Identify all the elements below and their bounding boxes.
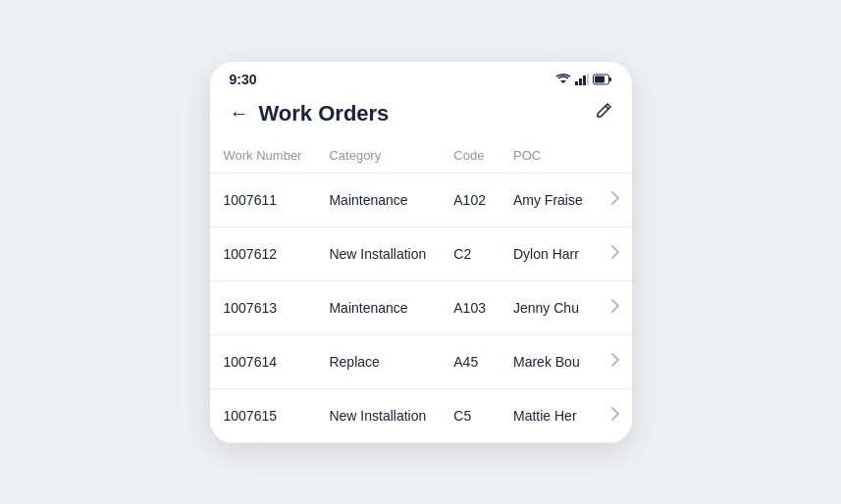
col-header-work-number: Work Number <box>210 138 316 174</box>
header-left: ← Work Orders <box>230 101 390 126</box>
cell-work-number: 1007615 <box>210 388 316 442</box>
cell-poc: Dylon Harr <box>499 227 598 280</box>
svg-rect-3 <box>583 76 586 85</box>
svg-rect-6 <box>595 76 604 82</box>
work-orders-table: Work Number Category Code POC 1007611Mai… <box>210 138 632 443</box>
cell-work-number: 1007612 <box>210 227 316 280</box>
col-header-poc: POC <box>499 138 598 174</box>
cell-code: C2 <box>440 227 499 280</box>
svg-rect-1 <box>575 81 578 85</box>
cell-chevron <box>598 227 632 280</box>
cell-work-number: 1007614 <box>210 334 316 388</box>
edit-button[interactable] <box>595 102 612 125</box>
table-row[interactable]: 1007614ReplaceA45Marek Bou <box>210 334 632 388</box>
cell-category: Maintenance <box>315 173 440 227</box>
page-title: Work Orders <box>259 101 390 126</box>
table-row[interactable]: 1007613MaintenanceA103Jenny Chu <box>210 280 632 334</box>
status-time: 9:30 <box>230 72 257 87</box>
col-header-code: Code <box>440 138 499 174</box>
table-row[interactable]: 1007615New InstallationC5Mattie Her <box>210 388 632 442</box>
table-row[interactable]: 1007611MaintenanceA102Amy Fraise <box>210 173 632 227</box>
col-header-action <box>598 138 632 174</box>
cell-category: Maintenance <box>315 280 440 334</box>
cell-code: A103 <box>440 280 499 334</box>
back-button[interactable]: ← <box>230 102 249 125</box>
signal-icon <box>575 74 589 85</box>
cell-chevron <box>598 173 632 227</box>
svg-marker-0 <box>560 80 566 83</box>
cell-category: New Installation <box>315 227 440 280</box>
table-row[interactable]: 1007612New InstallationC2Dylon Harr <box>210 227 632 280</box>
cell-poc: Jenny Chu <box>499 280 598 334</box>
cell-work-number: 1007613 <box>210 280 316 334</box>
status-icons <box>555 74 612 85</box>
col-header-category: Category <box>315 138 440 174</box>
table-header: Work Number Category Code POC <box>210 138 632 174</box>
cell-chevron <box>598 334 632 388</box>
status-bar: 9:30 <box>210 62 632 93</box>
cell-code: A102 <box>440 173 499 227</box>
cell-poc: Amy Fraise <box>499 173 598 227</box>
cell-work-number: 1007611 <box>210 173 316 227</box>
cell-code: A45 <box>440 334 499 388</box>
svg-rect-4 <box>587 74 589 85</box>
cell-poc: Mattie Her <box>499 388 598 442</box>
cell-chevron <box>598 388 632 442</box>
cell-category: Replace <box>315 334 440 388</box>
cell-category: New Installation <box>315 388 440 442</box>
edit-icon <box>595 102 612 120</box>
svg-rect-2 <box>579 78 582 85</box>
svg-rect-7 <box>609 77 611 81</box>
wifi-icon <box>555 74 571 85</box>
table-body: 1007611MaintenanceA102Amy Fraise1007612N… <box>210 173 632 442</box>
table-container: Work Number Category Code POC 1007611Mai… <box>210 138 632 443</box>
phone-container: 9:30 ← Wor <box>210 62 632 443</box>
battery-icon <box>593 74 612 85</box>
header: ← Work Orders <box>210 93 632 138</box>
cell-chevron <box>598 280 632 334</box>
cell-poc: Marek Bou <box>499 334 598 388</box>
cell-code: C5 <box>440 388 499 442</box>
